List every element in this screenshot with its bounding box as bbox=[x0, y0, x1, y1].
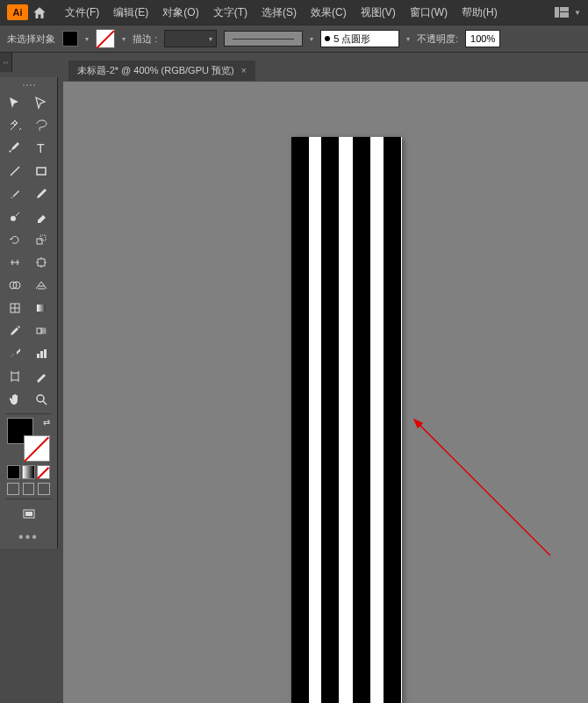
menu-help[interactable]: 帮助(H) bbox=[456, 2, 503, 24]
zoom-tool[interactable] bbox=[28, 388, 54, 411]
app-logo: Ai bbox=[7, 4, 28, 20]
stripe-rect bbox=[291, 137, 309, 703]
collapsed-panel-dock[interactable]: ‹‹ bbox=[0, 53, 12, 72]
line-tool[interactable] bbox=[2, 160, 28, 183]
close-icon[interactable]: × bbox=[241, 66, 247, 75]
toolbox: T bbox=[0, 77, 58, 549]
fill-swatch[interactable] bbox=[62, 31, 78, 47]
color-mode-solid[interactable] bbox=[7, 465, 20, 479]
svg-rect-8 bbox=[40, 235, 46, 240]
menu-effect[interactable]: 效果(C) bbox=[305, 2, 352, 24]
selection-status-label: 未选择对象 bbox=[7, 32, 55, 46]
svg-rect-2 bbox=[560, 12, 569, 18]
draw-behind-icon[interactable] bbox=[23, 483, 35, 495]
magic-wand-tool[interactable] bbox=[2, 114, 28, 137]
artboard-tool[interactable] bbox=[2, 365, 28, 388]
stripe-rect bbox=[384, 137, 401, 703]
scale-tool[interactable] bbox=[28, 228, 54, 251]
menu-edit[interactable]: 编辑(E) bbox=[108, 2, 154, 24]
svg-rect-12 bbox=[37, 305, 46, 312]
menu-type[interactable]: 文字(T) bbox=[208, 2, 253, 24]
paintbrush-tool[interactable] bbox=[2, 183, 28, 205]
draw-inside-icon[interactable] bbox=[38, 483, 50, 495]
opacity-value[interactable]: 100% bbox=[465, 30, 500, 47]
workspace-layout-icon[interactable] bbox=[555, 7, 569, 18]
svg-rect-22 bbox=[25, 512, 32, 516]
expand-handle-icon: ‹‹ bbox=[4, 59, 8, 67]
svg-rect-17 bbox=[44, 349, 47, 358]
stroke-preview[interactable] bbox=[224, 31, 303, 47]
chevron-down-icon[interactable]: ▼ bbox=[574, 9, 581, 17]
selection-tool[interactable] bbox=[2, 91, 28, 114]
screen-mode-tool[interactable] bbox=[16, 503, 42, 526]
column-graph-tool[interactable] bbox=[28, 342, 54, 365]
stripe-rect bbox=[353, 137, 370, 703]
svg-rect-1 bbox=[560, 7, 569, 11]
rotate-tool[interactable] bbox=[2, 228, 28, 251]
stroke-swatch[interactable] bbox=[96, 29, 115, 48]
gradient-tool[interactable] bbox=[28, 297, 54, 319]
menu-window[interactable]: 窗口(W) bbox=[405, 2, 453, 24]
blend-tool[interactable] bbox=[28, 319, 54, 342]
direct-selection-tool[interactable] bbox=[28, 91, 54, 114]
document-tab-title: 未标题-2* @ 400% (RGB/GPU 预览) bbox=[77, 64, 234, 77]
svg-rect-14 bbox=[41, 328, 46, 334]
chevron-down-icon[interactable]: ▾ bbox=[85, 35, 89, 43]
svg-text:T: T bbox=[37, 141, 45, 155]
svg-rect-15 bbox=[37, 354, 39, 358]
document-tab-bar: 未标题-2* @ 400% (RGB/GPU 预览) × bbox=[68, 60, 255, 81]
opacity-label: 不透明度: bbox=[417, 32, 458, 46]
blob-brush-tool[interactable] bbox=[2, 205, 28, 228]
svg-point-6 bbox=[11, 216, 16, 221]
stripe-rect bbox=[321, 137, 339, 703]
width-tool[interactable] bbox=[2, 251, 28, 274]
symbol-sprayer-tool[interactable] bbox=[2, 342, 28, 365]
svg-rect-18 bbox=[11, 373, 18, 380]
svg-rect-13 bbox=[37, 328, 41, 334]
toolbox-stroke-swatch[interactable] bbox=[24, 435, 50, 462]
dot-icon bbox=[325, 36, 330, 41]
menu-bar: Ai 文件(F) 编辑(E) 对象(O) 文字(T) 选择(S) 效果(C) 视… bbox=[0, 0, 588, 25]
chevron-down-icon[interactable]: ▾ bbox=[310, 35, 313, 43]
rectangle-tool[interactable] bbox=[28, 160, 54, 183]
menu-view[interactable]: 视图(V) bbox=[355, 2, 401, 24]
color-mode-none[interactable] bbox=[37, 465, 50, 479]
svg-line-20 bbox=[43, 401, 47, 405]
eraser-tool[interactable] bbox=[28, 205, 54, 228]
pencil-tool[interactable] bbox=[28, 183, 54, 205]
home-icon[interactable] bbox=[32, 5, 47, 19]
svg-line-4 bbox=[11, 167, 19, 176]
eyedropper-tool[interactable] bbox=[2, 319, 28, 342]
control-bar: 未选择对象 ▾ ▾ 描边 : ▾ ▾ 5 点圆形 ▾ 不透明度: 100% bbox=[0, 25, 588, 53]
brush-profile-dropdown[interactable]: 5 点圆形 bbox=[320, 30, 399, 47]
chevron-down-icon[interactable]: ▾ bbox=[122, 35, 125, 43]
menu-select[interactable]: 选择(S) bbox=[256, 2, 302, 24]
free-transform-tool[interactable] bbox=[28, 251, 54, 274]
svg-rect-16 bbox=[40, 351, 43, 358]
color-mode-gradient[interactable] bbox=[22, 465, 35, 479]
svg-point-19 bbox=[37, 395, 44, 402]
draw-normal-icon[interactable] bbox=[7, 483, 19, 495]
perspective-grid-tool[interactable] bbox=[28, 274, 54, 297]
shape-builder-tool[interactable] bbox=[2, 274, 28, 297]
chevron-down-icon[interactable]: ▾ bbox=[406, 35, 410, 43]
lasso-tool[interactable] bbox=[28, 114, 54, 137]
stroke-label: 描边 : bbox=[133, 32, 157, 46]
mesh-tool[interactable] bbox=[2, 297, 28, 319]
svg-rect-5 bbox=[37, 168, 46, 175]
slice-tool[interactable] bbox=[28, 365, 54, 388]
panel-grip[interactable] bbox=[2, 81, 55, 90]
stroke-weight-dropdown[interactable]: ▾ bbox=[164, 30, 217, 47]
canvas-area[interactable] bbox=[63, 82, 588, 703]
type-tool[interactable]: T bbox=[28, 137, 54, 160]
document-tab[interactable]: 未标题-2* @ 400% (RGB/GPU 预览) × bbox=[68, 61, 255, 81]
pen-tool[interactable] bbox=[2, 137, 28, 160]
menu-file[interactable]: 文件(F) bbox=[60, 2, 104, 24]
edit-toolbar-button[interactable]: ••• bbox=[2, 529, 55, 545]
fill-stroke-swatches[interactable]: ⇄ bbox=[7, 418, 50, 462]
swap-fill-stroke-icon[interactable]: ⇄ bbox=[43, 418, 50, 427]
menu-object[interactable]: 对象(O) bbox=[157, 2, 204, 24]
brush-profile-value: 5 点圆形 bbox=[333, 32, 370, 46]
svg-rect-0 bbox=[555, 7, 559, 18]
hand-tool[interactable] bbox=[2, 388, 28, 411]
